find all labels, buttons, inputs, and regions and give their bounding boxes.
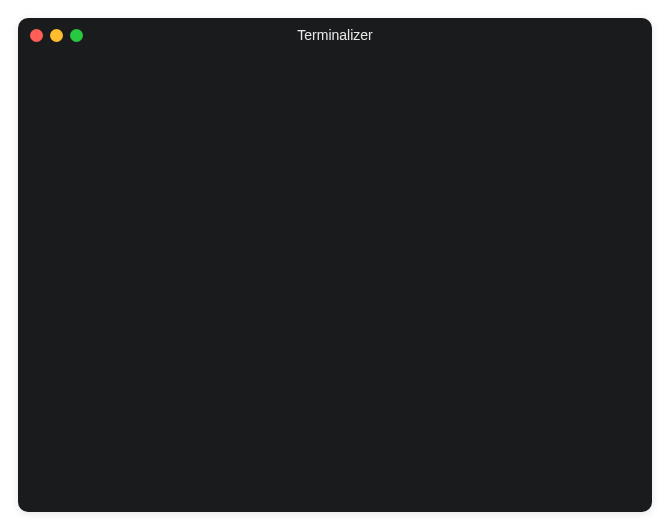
terminal-window: Terminalizer: [18, 18, 652, 512]
minimize-button[interactable]: [50, 29, 63, 42]
maximize-button[interactable]: [70, 29, 83, 42]
window-title: Terminalizer: [18, 27, 652, 43]
close-button[interactable]: [30, 29, 43, 42]
terminal-body[interactable]: [18, 52, 652, 512]
traffic-lights: [30, 29, 83, 42]
title-bar: Terminalizer: [18, 18, 652, 52]
